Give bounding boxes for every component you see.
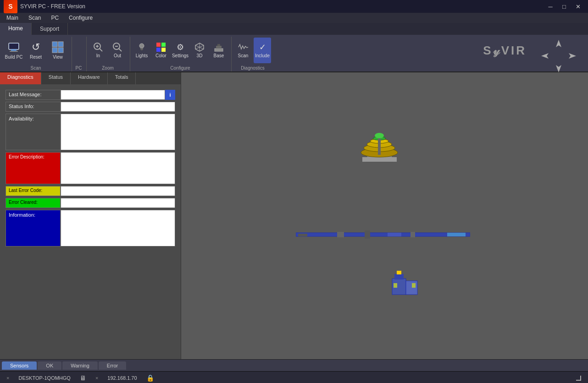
last-message-value — [61, 90, 165, 100]
svg-marker-32 — [569, 53, 576, 59]
tab-sensors[interactable]: Sensors — [2, 361, 37, 370]
menu-main[interactable]: Main — [2, 14, 23, 22]
svg-rect-7 — [58, 48, 63, 53]
ribbon: Home Support Build PC — [0, 23, 588, 72]
build-pc-button[interactable]: Build PC — [4, 38, 24, 63]
ribbon-tabs: Home Support — [0, 23, 588, 35]
pc-group-items — [75, 37, 83, 64]
svg-rect-48 — [447, 233, 466, 236]
availability-value — [61, 114, 175, 150]
zoom-out-button[interactable]: Out — [109, 38, 126, 63]
view-button[interactable]: View — [48, 38, 68, 63]
error-description-value — [61, 152, 175, 184]
tab-diagnostics[interactable]: Diagnostics — [0, 72, 41, 84]
configure-group-label: Configure — [133, 65, 227, 71]
tab-home[interactable]: Home — [0, 23, 32, 35]
svg-point-41 — [375, 133, 384, 138]
svg-rect-46 — [388, 233, 401, 236]
svg-rect-3 — [9, 44, 18, 49]
svg-rect-44 — [337, 232, 344, 237]
compass — [540, 39, 577, 76]
settings-button[interactable]: ⚙ Settings — [172, 38, 189, 63]
include-label: Include — [255, 53, 270, 58]
lights-label: Lights — [136, 53, 148, 58]
zoom-out-label: Out — [114, 53, 121, 58]
svg-marker-29 — [556, 40, 561, 47]
color-label: Color — [155, 53, 166, 58]
menu-pc[interactable]: PC — [46, 14, 63, 22]
machine-2 — [296, 228, 470, 242]
diagnostics-tabs: Diagnostics Status Hardware Totals — [0, 72, 181, 84]
error-cleared-value — [61, 198, 175, 208]
tab-error[interactable]: Error — [99, 361, 126, 370]
availability-row: Availability: — [6, 114, 175, 150]
status-lock: 🔒 — [144, 373, 157, 383]
svg-rect-47 — [410, 232, 415, 237]
svg-rect-16 — [140, 48, 143, 49]
status-info-row: Status Info: — [6, 102, 175, 112]
tab-ok[interactable]: OK — [38, 361, 61, 370]
error-description-row: Error Description: — [6, 152, 175, 184]
close-button[interactable]: ✕ — [571, 1, 584, 11]
reset-button[interactable]: ↺ Reset — [26, 38, 46, 63]
scan-group-label: Scan — [4, 65, 68, 71]
tab-status[interactable]: Status — [41, 72, 71, 84]
scan-diag-button[interactable]: Scan — [234, 38, 252, 63]
lock-icon: 🔒 — [146, 374, 154, 382]
tab-totals[interactable]: Totals — [108, 72, 136, 84]
information-row: Information: — [6, 210, 175, 246]
ribbon-group-scan: Build PC ↺ Reset View — [2, 37, 72, 71]
tab-warning[interactable]: Warning — [62, 361, 98, 370]
ribbon-group-diagnostics: Scan ✓ Include Diagnostics — [233, 37, 275, 71]
reset-icon: ↺ — [29, 41, 42, 54]
view-label: View — [53, 55, 63, 60]
svg-rect-2 — [10, 51, 18, 52]
last-error-code-value — [61, 186, 175, 196]
lights-button[interactable]: Lights — [133, 38, 150, 63]
svg-line-14 — [119, 49, 122, 51]
zoom-in-button[interactable]: In — [89, 38, 107, 63]
error-description-label: Error Description: — [6, 152, 61, 184]
zoom-in-icon — [93, 42, 103, 52]
build-pc-icon — [7, 41, 20, 54]
svg-rect-5 — [58, 42, 63, 47]
base-button[interactable]: Base — [210, 38, 227, 63]
zoom-in-label: In — [96, 53, 100, 58]
svg-point-15 — [139, 44, 144, 48]
ribbon-group-configure: Lights Color ⚙ Settings — [131, 37, 232, 71]
lights-icon — [137, 42, 147, 52]
3d-button[interactable]: 3D — [191, 38, 208, 63]
menu-configure[interactable]: Configure — [64, 14, 97, 22]
last-message-label: Last Message: — [6, 90, 61, 100]
maximize-button[interactable]: □ — [558, 1, 571, 11]
svg-rect-19 — [161, 43, 166, 47]
tab-support[interactable]: Support — [32, 23, 68, 35]
svg-rect-4 — [52, 42, 57, 47]
last-message-row: Last Message: i — [6, 90, 175, 100]
window-controls: ─ □ ✕ — [544, 1, 584, 11]
svg-marker-30 — [556, 65, 561, 72]
svg-rect-50 — [406, 281, 417, 295]
color-button[interactable]: Color — [152, 38, 170, 63]
status-icon-2: 🖥 — [77, 373, 89, 383]
scan-group-items: Build PC ↺ Reset View — [4, 37, 68, 64]
info-button[interactable]: i — [165, 90, 175, 100]
minimize-button[interactable]: ─ — [544, 1, 557, 11]
svg-rect-6 — [52, 48, 57, 53]
svg-rect-45 — [365, 230, 370, 239]
title-bar: S SYVIR PC - FREE Version ─ □ ✕ — [0, 0, 588, 13]
availability-label: Availability: — [6, 114, 61, 150]
information-label: Information: — [6, 210, 61, 246]
tab-hardware[interactable]: Hardware — [71, 72, 108, 84]
scan-diag-label: Scan — [238, 53, 249, 58]
svg-marker-31 — [541, 53, 549, 59]
left-panel: Diagnostics Status Hardware Totals Last … — [0, 72, 181, 359]
build-pc-label: Build PC — [5, 55, 23, 60]
svg-rect-1 — [11, 49, 17, 51]
svg-rect-27 — [216, 46, 222, 49]
svg-rect-43 — [298, 234, 307, 236]
include-button[interactable]: ✓ Include — [254, 38, 271, 63]
ip-address: 192.168.1.70 — [107, 375, 137, 381]
svg-rect-42 — [296, 233, 470, 236]
menu-scan[interactable]: Scan — [24, 14, 45, 22]
